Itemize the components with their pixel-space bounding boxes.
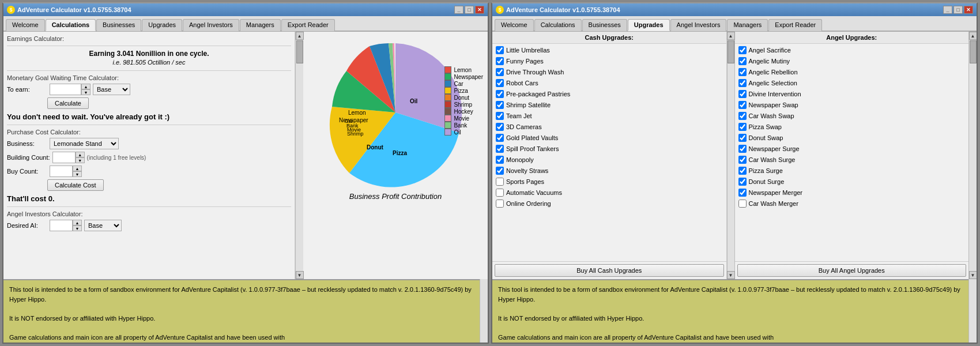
buy-count-input[interactable]: 0 <box>50 166 73 177</box>
tab-angel-investors-right[interactable]: Angel Investors <box>670 19 727 31</box>
left-window-body: Welcome Calculations Businesses Upgrades… <box>3 16 488 343</box>
upgrade-checkbox[interactable] <box>496 68 504 76</box>
buy-all-angel-upgrades-btn[interactable]: Buy All Angel Upgrades <box>737 264 967 277</box>
calculate-cost-btn[interactable]: Calculate Cost <box>47 179 104 191</box>
left-close-btn[interactable]: ✕ <box>475 6 484 14</box>
list-item: 3D Cameras <box>493 122 725 133</box>
left-scrollbar[interactable]: ▲ ▼ <box>295 32 303 279</box>
tab-upgrades-left[interactable]: Upgrades <box>142 19 182 31</box>
scroll-thumb[interactable] <box>296 40 303 63</box>
tab-managers-left[interactable]: Managers <box>240 19 281 31</box>
tab-upgrades-right[interactable]: Upgrades <box>628 19 670 31</box>
upgrade-checkbox[interactable] <box>496 112 504 120</box>
tab-angel-investors-left[interactable]: Angel Investors <box>183 19 239 31</box>
right-maximize-btn[interactable]: □ <box>953 6 963 14</box>
list-item: Team Jet <box>493 111 725 122</box>
upgrade-checkbox[interactable] <box>496 200 504 208</box>
list-item: Angelic Mutiny <box>736 56 968 67</box>
list-item: Pizza Swap <box>736 122 968 133</box>
buy-all-cash-upgrades-btn[interactable]: Buy All Cash Upgrades <box>495 264 724 277</box>
right-notice-area: This tool is intended to be a form of sa… <box>492 279 977 343</box>
tab-managers-right[interactable]: Managers <box>727 19 768 31</box>
upgrade-checkbox[interactable] <box>738 145 747 153</box>
earnings-calculator-label: Earnings Calculator: <box>7 35 291 42</box>
upgrade-checkbox[interactable] <box>738 57 747 65</box>
upgrade-checkbox[interactable] <box>496 178 504 186</box>
upgrade-checkbox[interactable] <box>738 167 747 175</box>
business-select[interactable]: Lemonade Stand <box>50 138 119 149</box>
to-earn-down[interactable]: ▼ <box>81 89 91 95</box>
upgrade-checkbox[interactable] <box>496 101 504 109</box>
tab-businesses-right[interactable]: Businesses <box>582 19 627 31</box>
upgrade-checkbox[interactable] <box>738 189 747 197</box>
upgrade-checkbox[interactable] <box>496 46 504 54</box>
building-count-up[interactable]: ▲ <box>76 152 85 157</box>
desired-ai-base-select[interactable]: Base <box>84 220 122 231</box>
left-maximize-btn[interactable]: □ <box>465 6 474 14</box>
list-item: Newspaper Swap <box>736 100 968 111</box>
upgrade-label: Car Wash Surge <box>749 156 796 163</box>
tab-calculations-right[interactable]: Calculations <box>534 19 582 31</box>
building-count-down[interactable]: ▼ <box>76 157 85 163</box>
right-notice-scrollbar[interactable] <box>968 279 977 343</box>
upgrade-checkbox[interactable] <box>496 167 504 175</box>
upgrade-checkbox[interactable] <box>738 200 747 208</box>
upgrade-checkbox[interactable] <box>496 57 504 65</box>
right-scroll-thumb[interactable] <box>970 40 977 63</box>
tab-welcome-right[interactable]: Welcome <box>495 19 534 31</box>
upgrade-checkbox[interactable] <box>738 112 747 120</box>
upgrade-checkbox[interactable] <box>738 46 747 54</box>
calculate-btn[interactable]: Calculate <box>47 97 89 109</box>
upgrade-checkbox[interactable] <box>496 145 504 153</box>
upgrade-checkbox[interactable] <box>738 101 747 109</box>
tab-export-reader-left[interactable]: Export Reader <box>281 19 335 31</box>
buy-count-down[interactable]: ▼ <box>73 171 82 177</box>
tab-calculations-left[interactable]: Calculations <box>46 19 96 31</box>
upgrade-checkbox[interactable] <box>496 79 504 87</box>
upgrade-checkbox[interactable] <box>496 156 504 164</box>
right-minimize-btn[interactable]: _ <box>943 6 952 14</box>
upgrade-label: Car Wash Merger <box>749 200 798 207</box>
upgrade-checkbox[interactable] <box>738 123 747 131</box>
upgrade-label: Monopoly <box>506 156 534 163</box>
left-notice-box: This tool is intended to be a form of sa… <box>3 279 480 343</box>
upgrade-checkbox[interactable] <box>738 68 747 76</box>
to-earn-base-select[interactable]: Base <box>93 84 130 95</box>
desired-ai-input[interactable]: 0 <box>50 220 73 231</box>
scroll-down-arrow[interactable]: ▼ <box>296 271 304 279</box>
desired-ai-up[interactable]: ▲ <box>73 220 82 225</box>
upgrade-checkbox[interactable] <box>738 156 747 164</box>
to-earn-input[interactable]: 0.000 <box>50 84 81 95</box>
upgrade-label: Newspaper Surge <box>749 145 800 152</box>
tab-welcome-left[interactable]: Welcome <box>6 19 45 31</box>
right-scroll-down[interactable]: ▼ <box>969 271 977 279</box>
list-item: Novelty Straws <box>493 166 725 176</box>
upgrade-checkbox[interactable] <box>738 79 747 87</box>
center-scroll-up[interactable]: ▲ <box>727 32 735 40</box>
upgrade-checkbox[interactable] <box>496 189 504 197</box>
right-scroll-up[interactable]: ▲ <box>969 32 977 40</box>
right-scrollbar[interactable]: ▲ ▼ <box>968 32 977 279</box>
upgrade-checkbox[interactable] <box>738 178 747 186</box>
list-item: Gold Plated Vaults <box>493 133 725 144</box>
to-earn-up[interactable]: ▲ <box>81 84 91 89</box>
right-close-btn[interactable]: ✕ <box>964 6 973 14</box>
upgrade-checkbox[interactable] <box>738 90 747 98</box>
center-scrollbar[interactable]: ▲ ▼ <box>727 32 735 279</box>
left-minimize-btn[interactable]: _ <box>454 6 463 14</box>
center-scroll-down[interactable]: ▼ <box>727 271 735 279</box>
scroll-up-arrow[interactable]: ▲ <box>296 32 304 40</box>
upgrade-checkbox[interactable] <box>738 134 747 142</box>
desired-ai-down[interactable]: ▼ <box>73 225 82 231</box>
left-notice-scrollbar[interactable] <box>480 279 488 343</box>
upgrade-checkbox[interactable] <box>496 90 504 98</box>
building-count-input[interactable]: 1 <box>52 152 76 163</box>
tab-export-reader-right[interactable]: Export Reader <box>768 19 822 31</box>
right-notice-box: This tool is intended to be a form of sa… <box>492 279 968 343</box>
center-scroll-thumb[interactable] <box>728 40 734 63</box>
upgrade-checkbox[interactable] <box>496 123 504 131</box>
right-tabs: Welcome Calculations Businesses Upgrades… <box>492 16 977 32</box>
tab-businesses-left[interactable]: Businesses <box>96 19 141 31</box>
buy-count-up[interactable]: ▲ <box>73 166 82 171</box>
upgrade-checkbox[interactable] <box>496 134 504 142</box>
